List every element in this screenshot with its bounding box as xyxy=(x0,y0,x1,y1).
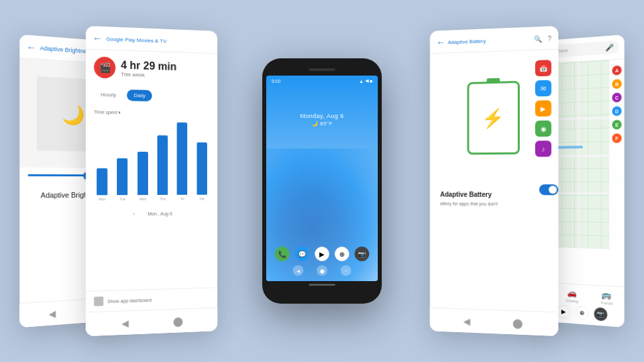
chrome-icon[interactable]: ⊕ xyxy=(335,247,349,261)
maps-tab-transit[interactable]: 🚌 Transit xyxy=(601,290,613,306)
maps-mic-icon[interactable]: 🎤 xyxy=(605,44,613,52)
battery-screen: ← Adaptive Battery 🔍 ? ⚡ 📅 ✉ ▶ ◉ ♪ Adapt… xyxy=(430,26,558,336)
battery-main-icon: ⚡ xyxy=(467,81,519,154)
bar-thu-bar xyxy=(157,135,168,195)
phone-time: 9:00 xyxy=(272,79,281,84)
bar-thu: Thu xyxy=(155,135,171,201)
bar-mon-label: Mon xyxy=(99,197,106,201)
toggle-knob xyxy=(548,186,556,194)
maps-dock-icon-2[interactable]: ▶ xyxy=(557,304,570,318)
maps-tab-driving-label: Driving xyxy=(566,298,578,303)
maps-tab-transit-label: Transit xyxy=(601,301,613,306)
float-icon-1: 📅 xyxy=(535,60,551,76)
battery-back-icon[interactable]: ← xyxy=(436,37,445,48)
time-tab-bar: Hourly Daily xyxy=(86,89,217,103)
search-icon[interactable]: 🔍 xyxy=(534,35,542,43)
battery-info-title: Adaptive Battery xyxy=(440,191,547,199)
movies-screen: ← Google Play Movies & TV 🎬 4 hr 29 min … xyxy=(86,26,217,336)
dashboard-text: Show app dashboard xyxy=(108,298,151,304)
float-icon-2: ✉ xyxy=(535,80,551,97)
maps-dock-icon-4[interactable]: 📷 xyxy=(594,307,607,322)
wallpaper-blob xyxy=(266,149,378,281)
bar-wed: Wed xyxy=(135,152,151,201)
maps-tab-driving[interactable]: 🚗 Driving xyxy=(566,288,578,303)
float-icon-3: ▶ xyxy=(535,100,551,117)
maps-contacts-panel: A B C D E F xyxy=(609,59,625,250)
floating-app-icons: 📅 ✉ ▶ ◉ ♪ xyxy=(535,60,551,156)
toggle-switch[interactable] xyxy=(539,184,558,195)
nav-home-icon[interactable]: ⬤ xyxy=(317,265,327,276)
contact-3: C xyxy=(611,92,622,103)
phone-speaker xyxy=(309,68,335,71)
movies-hero: 🎬 4 hr 29 min This week xyxy=(86,50,217,88)
dashboard-icon xyxy=(94,296,104,306)
contact-4: D xyxy=(611,105,622,117)
battery-illustration: ⚡ 📅 ✉ ▶ ◉ ♪ xyxy=(430,50,558,184)
battery-bolt-icon: ⚡ xyxy=(481,107,505,129)
bar-mon-bar xyxy=(97,168,108,196)
nav-back-btn[interactable]: ◀ xyxy=(49,308,56,319)
bar-chart: Mon Tue Wed Thu Fri xyxy=(94,121,210,202)
movies-title: Google Play Movies & TV xyxy=(106,36,167,44)
bar-fri: Fri xyxy=(175,123,191,201)
contact-1: A xyxy=(611,64,622,76)
status-icons: ▲ ◀ ■ xyxy=(359,78,372,84)
movies-time-block: 4 hr 29 min This week xyxy=(121,59,177,79)
chart-nav: ‹ Mon , Aug 6 xyxy=(86,206,217,222)
movies-app-icon: 🎬 xyxy=(94,56,116,78)
phone-screen: 9:00 ▲ ◀ ■ Monday, Aug 6 🌙 85°F 📞 💬 ▶ ⊕ … xyxy=(266,76,378,281)
movies-back-icon[interactable]: ← xyxy=(92,33,102,44)
battery-info-desc: attery for apps that you don't xyxy=(440,201,547,208)
bar-fri-bar xyxy=(177,123,188,195)
messages-icon[interactable]: 💬 xyxy=(295,247,309,261)
camera-icon[interactable]: 📷 xyxy=(355,247,369,261)
bar-tue-label: Tue xyxy=(120,197,125,201)
brightness-title: Adaptive Brightness xyxy=(40,44,92,55)
float-icon-5: ♪ xyxy=(535,141,551,157)
signal-icon: ◀ xyxy=(365,78,368,84)
bar-fri-label: Fri xyxy=(181,197,185,201)
phone-status-bar: 9:00 ▲ ◀ ■ xyxy=(266,76,378,86)
tab-hourly[interactable]: Hourly xyxy=(94,89,123,101)
phone-date-text: Monday, Aug 6 xyxy=(266,113,378,119)
bar-tue-bar xyxy=(118,158,128,196)
battery-info: Adaptive Battery attery for apps that yo… xyxy=(430,184,558,215)
battery-toggle[interactable] xyxy=(539,184,558,198)
movies-time: 4 hr 29 min xyxy=(121,59,177,73)
phone-icon[interactable]: 📞 xyxy=(275,247,289,261)
tab-daily[interactable]: Daily xyxy=(127,90,152,101)
bar-sat-label: Sat xyxy=(199,197,204,201)
battery-nav-back[interactable]: ◀ xyxy=(463,316,471,326)
movies-nav-back[interactable]: ◀ xyxy=(121,318,129,329)
phone-notch xyxy=(266,64,378,76)
help-icon[interactable]: ? xyxy=(548,34,552,42)
nav-back-icon[interactable]: ◀ xyxy=(293,265,303,276)
chart-label: Time spent ▾ xyxy=(94,109,210,117)
nav-recents-icon[interactable]: ▪ xyxy=(341,265,351,276)
battery-terminal xyxy=(487,78,500,83)
play-store-icon[interactable]: ▶ xyxy=(315,247,329,261)
movies-bottom-nav: ◀ ⬤ xyxy=(86,308,217,336)
bar-mon: Mon xyxy=(94,168,111,202)
battery-icon: ■ xyxy=(370,79,372,84)
phone-bottom-bar: ◀ ⬤ ▪ xyxy=(266,265,378,276)
maps-dock-icon-3[interactable]: ⊕ xyxy=(575,306,588,320)
phone-weather: 🌙 85°F xyxy=(266,121,378,127)
map-road-v2 xyxy=(578,62,580,248)
main-scene: ← Adaptive Brightness 🌙 Adaptive Brightn… xyxy=(0,0,644,362)
chart-area: Time spent ▾ Mon Tue Wed Thu xyxy=(86,104,217,207)
battery-nav-home[interactable]: ⬤ xyxy=(513,318,523,329)
bar-sat-bar xyxy=(197,143,206,195)
wifi-icon: ▲ xyxy=(359,79,364,84)
contact-6: F xyxy=(611,133,622,144)
center-phone: 9:00 ▲ ◀ ■ Monday, Aug 6 🌙 85°F 📞 💬 ▶ ⊕ … xyxy=(262,58,382,304)
chart-prev[interactable]: ‹ xyxy=(133,211,134,216)
bar-wed-label: Wed xyxy=(139,197,146,201)
movies-nav-home[interactable]: ⬤ xyxy=(173,316,183,326)
bar-tue: Tue xyxy=(114,158,130,202)
slider-fill xyxy=(28,174,86,176)
back-icon[interactable]: ← xyxy=(27,42,36,53)
transit-icon: 🚌 xyxy=(602,290,611,300)
moon-icon: 🌙 xyxy=(62,103,84,126)
chart-date: Mon , Aug 6 xyxy=(148,211,173,216)
